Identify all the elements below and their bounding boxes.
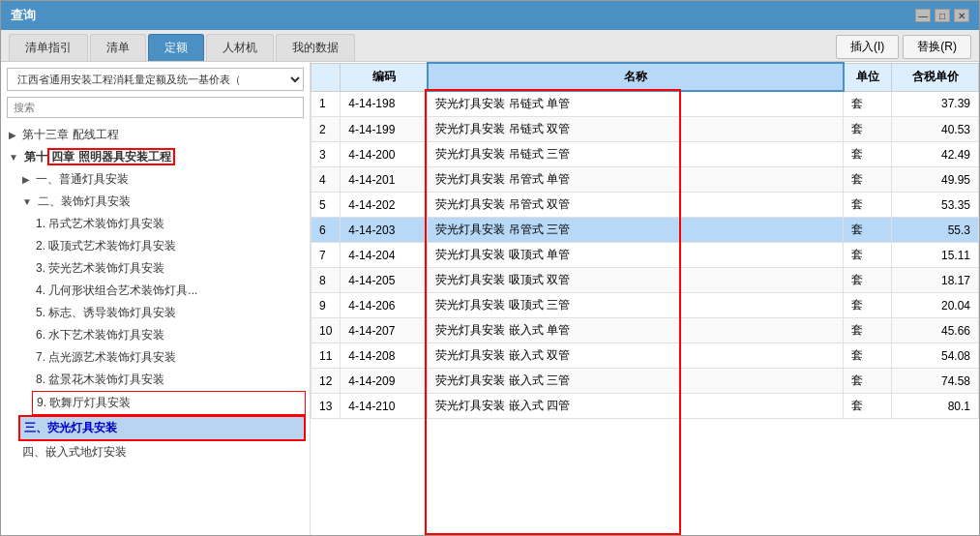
cell-name: 荧光灯具安装 吊管式 单管 [428, 167, 844, 193]
table-wrapper: 编码 名称 单位 含税单价 14-14-198荧光灯具安装 吊链式 单管套37.… [311, 62, 979, 535]
tree-item-ch14-2-3[interactable]: 3. 荧光艺术装饰灯具安装 [32, 257, 306, 280]
insert-button[interactable]: 插入(I) [836, 35, 899, 59]
left-panel: 江西省通用安装工程消耗量定额及统一基价表（ ▶ 第十三章 配线工程 ▼ 第十四章… [1, 62, 311, 535]
table-row[interactable]: 84-14-205荧光灯具安装 吸顶式 双管套18.17 [312, 268, 979, 293]
minimize-button[interactable]: — [915, 9, 931, 22]
tree-item-ch14-2-5[interactable]: 5. 标志、诱导装饰灯具安装 [32, 302, 306, 324]
tree-item-ch14-1[interactable]: ▶ 一、普通灯具安装 [18, 168, 306, 191]
cell-name: 荧光灯具安装 吊链式 单管 [428, 91, 844, 117]
table-row[interactable]: 14-14-198荧光灯具安装 吊链式 单管套37.39 [312, 91, 979, 117]
table-row[interactable]: 104-14-207荧光灯具安装 嵌入式 单管套45.66 [312, 318, 979, 343]
tree-item-label: 2. 吸顶式艺术装饰灯具安装 [36, 239, 176, 253]
col-header-no [312, 63, 341, 91]
tree-item-ch14-2-9[interactable]: 9. 歌舞厅灯具安装 [32, 391, 306, 415]
table-row[interactable]: 94-14-206荧光灯具安装 吸顶式 三管套20.04 [312, 293, 979, 318]
arrow-icon: ▼ [9, 152, 18, 163]
cell-name: 荧光灯具安装 嵌入式 双管 [428, 343, 844, 369]
tree-item-ch13[interactable]: ▶ 第十三章 配线工程 [5, 124, 306, 146]
tree-item-ch14-2-4[interactable]: 4. 几何形状组合艺术装饰灯具... [32, 280, 306, 302]
tab-qingdan[interactable]: 清单 [90, 34, 146, 61]
cell-no: 10 [312, 318, 341, 343]
cell-unit: 套 [844, 268, 892, 293]
cell-price: 54.08 [892, 343, 979, 369]
cell-unit: 套 [844, 343, 892, 369]
cell-price: 49.95 [892, 167, 979, 193]
tree-item-label: 第十三章 配线工程 [22, 128, 118, 141]
tree-item-ch14[interactable]: ▼ 第十四章 照明器具安装工程 [5, 146, 306, 168]
cell-code: 4-14-208 [341, 343, 428, 369]
tree-item-ch14-3[interactable]: 三、荧光灯具安装 [18, 415, 306, 441]
tree-item-ch14-2[interactable]: ▼ 二、装饰灯具安装 [18, 191, 306, 213]
tab-bar: 清单指引 清单 定额 人材机 我的数据 插入(I) 替换(R) [1, 30, 979, 62]
title-controls: — □ ✕ [915, 9, 969, 22]
cell-unit: 套 [844, 293, 892, 318]
tree-chapter-highlight: 四章 照明器具安装工程 [47, 148, 174, 165]
cell-no: 7 [312, 243, 341, 268]
cell-no: 1 [312, 91, 341, 117]
table-row[interactable]: 124-14-209荧光灯具安装 嵌入式 三管套74.58 [312, 369, 979, 394]
tree-item-ch14-2-2[interactable]: 2. 吸顶式艺术装饰灯具安装 [32, 235, 306, 257]
cell-unit: 套 [844, 117, 892, 142]
cell-code: 4-14-206 [341, 293, 428, 318]
tree-item-ch14-2-7[interactable]: 7. 点光源艺术装饰灯具安装 [32, 346, 306, 369]
table-row[interactable]: 134-14-210荧光灯具安装 嵌入式 四管套80.1 [312, 394, 979, 419]
tree-item-label: 8. 盆景花木装饰灯具安装 [36, 372, 164, 386]
tree-item-label: 1. 吊式艺术装饰灯具安装 [36, 217, 164, 230]
ch14-2-subtree: 1. 吊式艺术装饰灯具安装 2. 吸顶式艺术装饰灯具安装 3. 荧光艺术装饰灯具… [18, 213, 306, 415]
toolbar-right: 插入(I) 替换(R) [836, 34, 971, 61]
cell-name: 荧光灯具安装 吸顶式 双管 [428, 268, 844, 293]
cell-code: 4-14-205 [341, 268, 428, 293]
tree-item-ch14-2-1[interactable]: 1. 吊式艺术装饰灯具安装 [32, 213, 306, 235]
close-button[interactable]: ✕ [954, 9, 969, 22]
cell-unit: 套 [844, 243, 892, 268]
table-row[interactable]: 44-14-201荧光灯具安装 吊管式 单管套49.95 [312, 167, 979, 193]
col-header-unit: 单位 [844, 63, 892, 91]
right-panel: 编码 名称 单位 含税单价 14-14-198荧光灯具安装 吊链式 单管套37.… [311, 62, 979, 535]
cell-code: 4-14-204 [341, 243, 428, 268]
cell-name: 荧光灯具安装 吊管式 双管 [428, 193, 844, 218]
tree-item-label: 二、装饰灯具安装 [38, 194, 131, 208]
tab-rencaiji[interactable]: 人材机 [206, 34, 274, 61]
table-row[interactable]: 34-14-200荧光灯具安装 吊链式 三管套42.49 [312, 142, 979, 167]
arrow-icon: ▼ [22, 196, 32, 207]
cell-name: 荧光灯具安装 吸顶式 三管 [428, 293, 844, 318]
cell-price: 74.58 [892, 369, 979, 394]
tree-item-label: 9. 歌舞厅灯具安装 [37, 396, 131, 409]
table-row[interactable]: 74-14-204荧光灯具安装 吸顶式 单管套15.11 [312, 243, 979, 268]
tree-item-label: 一、普通灯具安装 [36, 172, 129, 186]
cell-no: 6 [312, 218, 341, 243]
cell-code: 4-14-202 [341, 193, 428, 218]
col-header-price: 含税单价 [892, 63, 979, 91]
search-input[interactable] [7, 97, 304, 118]
cell-name: 荧光灯具安装 吊链式 双管 [428, 117, 844, 142]
cell-no: 5 [312, 193, 341, 218]
cell-name: 荧光灯具安装 吸顶式 单管 [428, 243, 844, 268]
tree-item-label: 7. 点光源艺术装饰灯具安装 [36, 350, 176, 364]
tab-qingdan-zhiyin[interactable]: 清单指引 [9, 34, 88, 61]
cell-unit: 套 [844, 142, 892, 167]
replace-button[interactable]: 替换(R) [903, 35, 971, 59]
cell-code: 4-14-210 [341, 394, 428, 419]
table-row[interactable]: 64-14-203荧光灯具安装 吊管式 三管套55.3 [312, 218, 979, 243]
cell-price: 40.53 [892, 117, 979, 142]
cell-unit: 套 [844, 167, 892, 193]
tree-item-ch14-4[interactable]: 四、嵌入式地灯安装 [18, 441, 306, 463]
table-row[interactable]: 114-14-208荧光灯具安装 嵌入式 双管套54.08 [312, 343, 979, 369]
maximize-button[interactable]: □ [935, 9, 950, 22]
cell-price: 18.17 [892, 268, 979, 293]
tree-item-label: 3. 荧光艺术装饰灯具安装 [36, 261, 164, 275]
cell-unit: 套 [844, 369, 892, 394]
ch14-subtree: ▶ 一、普通灯具安装 ▼ 二、装饰灯具安装 1. 吊式艺术装饰灯具安装 2. 吸… [5, 168, 306, 463]
cell-no: 9 [312, 293, 341, 318]
table-row[interactable]: 54-14-202荧光灯具安装 吊管式 双管套53.35 [312, 193, 979, 218]
main-window: 查询 — □ ✕ 清单指引 清单 定额 人材机 我的数据 插入(I) 替换(R)… [0, 0, 980, 536]
quota-dropdown[interactable]: 江西省通用安装工程消耗量定额及统一基价表（ [7, 68, 304, 91]
col-header-name: 名称 [428, 63, 844, 91]
tree-item-ch14-2-6[interactable]: 6. 水下艺术装饰灯具安装 [32, 324, 306, 346]
main-content: 江西省通用安装工程消耗量定额及统一基价表（ ▶ 第十三章 配线工程 ▼ 第十四章… [1, 62, 979, 535]
tab-wode-shuju[interactable]: 我的数据 [276, 34, 355, 61]
cell-no: 11 [312, 343, 341, 369]
table-row[interactable]: 24-14-199荧光灯具安装 吊链式 双管套40.53 [312, 117, 979, 142]
tree-item-ch14-2-8[interactable]: 8. 盆景花木装饰灯具安装 [32, 369, 306, 391]
tab-dinge[interactable]: 定额 [148, 34, 204, 61]
